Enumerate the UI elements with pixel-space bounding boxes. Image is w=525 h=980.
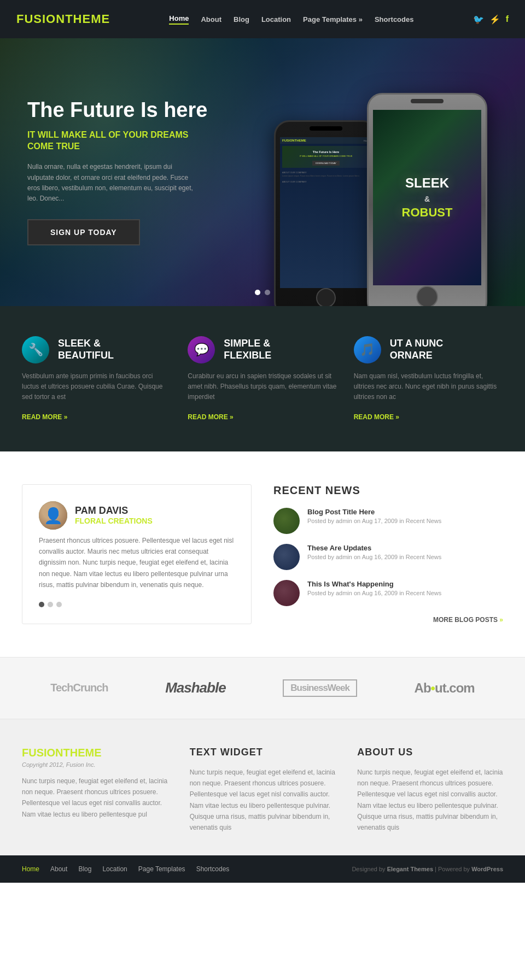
widget-brand-text: Nunc turpis neque, feugiat eget eleifend… bbox=[22, 776, 168, 820]
news-item-3: This Is What's Happening Posted by admin… bbox=[273, 580, 503, 606]
author-name: PAM DAVIS bbox=[75, 505, 153, 517]
logo-part1: FUSION bbox=[16, 12, 65, 26]
feature-ornare-desc: Nam quam nisl, vestibulum luctus fringil… bbox=[354, 371, 503, 403]
widget-brand: FUSIONTHEME Copyright 2012, Fusion Inc. … bbox=[22, 747, 168, 834]
testimonial-dot-2[interactable] bbox=[48, 602, 53, 607]
widget-copyright: Copyright 2012, Fusion Inc. bbox=[22, 761, 168, 768]
phone-right: SLEEK&ROBUST bbox=[367, 93, 487, 306]
widget-logo-part1: FUSION bbox=[22, 747, 63, 759]
news-title-2: These Are Updates bbox=[307, 544, 441, 552]
feature-sleek-readmore[interactable]: READ MORE » bbox=[22, 413, 67, 421]
hero-section: The Future Is here IT WILL MAKE ALL OF Y… bbox=[0, 38, 525, 306]
news-meta-3: Posted by admin on Aug 16, 2009 in Recen… bbox=[307, 590, 441, 596]
footer-links: Home About Blog Location Page Templates … bbox=[22, 865, 229, 873]
hero-subtitle: IT WILL MAKE ALL OF YOUR DREAMS COME TRU… bbox=[27, 130, 209, 152]
logo-part2: THEME bbox=[65, 12, 110, 26]
recent-news-title: RECENT NEWS bbox=[273, 484, 503, 497]
testimonial-dot-1[interactable] bbox=[39, 602, 44, 607]
nav-page-templates[interactable]: Page Templates » bbox=[303, 15, 363, 24]
widget-text-widget: TEXT WIDGET Nunc turpis neque, feugiat e… bbox=[190, 747, 336, 834]
news-meta-2: Posted by admin on Aug 16, 2009 in Recen… bbox=[307, 554, 441, 560]
text-widget-title: TEXT WIDGET bbox=[190, 747, 336, 758]
twitter-icon[interactable]: 🐦 bbox=[473, 14, 484, 25]
hero-title: The Future Is here bbox=[27, 99, 209, 122]
footer-nav-about[interactable]: About bbox=[50, 865, 67, 873]
testimonial-text: Praesent rhoncus ultrices posuere. Pelle… bbox=[39, 535, 235, 591]
logo-mashable: Mashable bbox=[165, 679, 226, 696]
about-widget-body: Nunc turpis neque, feugiat eget eleifend… bbox=[357, 767, 503, 834]
author-avatar bbox=[39, 501, 67, 530]
recent-news: RECENT NEWS Blog Post Title Here Posted … bbox=[273, 484, 503, 624]
widget-about: ABOUT US Nunc turpis neque, feugiat eget… bbox=[357, 747, 503, 834]
about-widget-title: ABOUT US bbox=[357, 747, 503, 758]
phone-screen-right: SLEEK&ROBUST bbox=[373, 110, 481, 285]
news-info-2: These Are Updates Posted by admin on Aug… bbox=[307, 544, 441, 560]
footer-nav-shortcodes[interactable]: Shortcodes bbox=[196, 865, 230, 873]
footer-nav-location[interactable]: Location bbox=[102, 865, 127, 873]
news-thumb-1 bbox=[273, 508, 300, 534]
logo-about: Ab•ut.com bbox=[415, 680, 475, 696]
news-item-1: Blog Post Title Here Posted by admin on … bbox=[273, 508, 503, 534]
hero-content: The Future Is here IT WILL MAKE ALL OF Y… bbox=[0, 66, 236, 278]
signup-button[interactable]: SIGN UP TODAY bbox=[27, 219, 140, 245]
testimonial-author: PAM DAVIS FLORAL CREATIONS bbox=[39, 501, 235, 530]
nav-about[interactable]: About bbox=[201, 15, 221, 24]
feature-simple-readmore[interactable]: READ MORE » bbox=[188, 413, 233, 421]
feature-ornare: 🎵 UT A NUNCORNARE Nam quam nisl, vestibu… bbox=[354, 336, 503, 421]
feature-simple-desc: Curabitur eu arcu in sapien tristique so… bbox=[188, 371, 337, 403]
nav-location[interactable]: Location bbox=[261, 15, 291, 24]
logo-businessweek: BusinessWeek bbox=[283, 679, 357, 697]
news-info-3: This Is What's Happening Posted by admin… bbox=[307, 580, 441, 596]
social-icons: 🐦 ⚡ f bbox=[473, 14, 509, 25]
widget-logo: FUSIONTHEME bbox=[22, 747, 168, 759]
hero-body: Nulla ornare, nulla et egestas hendrerit… bbox=[27, 162, 197, 204]
phone-right-text: SLEEK&ROBUST bbox=[402, 176, 453, 219]
news-meta-1: Posted by admin on Aug 17, 2009 in Recen… bbox=[307, 518, 441, 524]
footer-nav: Home About Blog Location Page Templates … bbox=[0, 855, 525, 883]
testimonial-dots bbox=[39, 602, 235, 607]
testimonial-dot-3[interactable] bbox=[56, 602, 62, 607]
author-info: PAM DAVIS FLORAL CREATIONS bbox=[75, 505, 153, 525]
middle-section: PAM DAVIS FLORAL CREATIONS Praesent rhon… bbox=[0, 451, 525, 657]
facebook-icon[interactable]: f bbox=[506, 14, 509, 25]
footer-nav-home[interactable]: Home bbox=[22, 865, 39, 873]
site-logo[interactable]: FUSIONTHEME bbox=[16, 12, 110, 26]
footer-nav-page-templates[interactable]: Page Templates bbox=[138, 865, 185, 873]
phone-screen-left: FUSIONTHEME Home The Future Is Here IT W… bbox=[280, 137, 372, 288]
feature-sleek-desc: Vestibulum ante ipsum primis in faucibus… bbox=[22, 371, 171, 403]
nav-home[interactable]: Home bbox=[169, 14, 189, 25]
widget-logo-part2: THEME bbox=[63, 747, 102, 759]
footer-credit: Designed by Elegant Themes | Powered by … bbox=[352, 866, 503, 872]
nav-shortcodes[interactable]: Shortcodes bbox=[375, 15, 414, 24]
news-title-3: This Is What's Happening bbox=[307, 580, 441, 588]
text-widget-body: Nunc turpis neque, feugiat eget eleifend… bbox=[190, 767, 336, 834]
ornare-icon: 🎵 bbox=[354, 336, 381, 363]
feature-ornare-readmore[interactable]: READ MORE » bbox=[354, 413, 399, 421]
hero-dot-1[interactable] bbox=[255, 290, 260, 295]
logos-section: TechCrunch Mashable BusinessWeek Ab•ut.c… bbox=[0, 657, 525, 719]
feature-sleek-header: 🔧 SLEEK &BEAUTIFUL bbox=[22, 336, 171, 363]
simple-icon: 💬 bbox=[188, 336, 215, 363]
feature-simple-title: SIMPLE &FLEXIBLE bbox=[224, 338, 271, 361]
feature-simple-header: 💬 SIMPLE &FLEXIBLE bbox=[188, 336, 337, 363]
sleek-icon: 🔧 bbox=[22, 336, 49, 363]
footer-nav-blog[interactable]: Blog bbox=[78, 865, 91, 873]
testimonial-card: PAM DAVIS FLORAL CREATIONS Praesent rhon… bbox=[22, 484, 252, 624]
more-posts-link[interactable]: MORE BLOG POSTS » bbox=[273, 616, 503, 624]
feature-simple: 💬 SIMPLE &FLEXIBLE Curabitur eu arcu in … bbox=[188, 336, 337, 421]
author-subtitle: FLORAL CREATIONS bbox=[75, 517, 153, 525]
hero-dot-2[interactable] bbox=[265, 290, 270, 295]
phone-left: FUSIONTHEME Home The Future Is Here IT W… bbox=[274, 120, 378, 306]
site-header: FUSIONTHEME Home About Blog Location Pag… bbox=[0, 0, 525, 38]
news-title-1: Blog Post Title Here bbox=[307, 508, 441, 516]
feature-ornare-header: 🎵 UT A NUNCORNARE bbox=[354, 336, 503, 363]
news-info-1: Blog Post Title Here Posted by admin on … bbox=[307, 508, 441, 524]
rss-icon[interactable]: ⚡ bbox=[489, 14, 500, 25]
news-thumb-2 bbox=[273, 544, 300, 570]
footer-widgets: FUSIONTHEME Copyright 2012, Fusion Inc. … bbox=[0, 719, 525, 855]
feature-sleek: 🔧 SLEEK &BEAUTIFUL Vestibulum ante ipsum… bbox=[22, 336, 171, 421]
logo-techcrunch: TechCrunch bbox=[50, 682, 108, 694]
main-nav: Home About Blog Location Page Templates … bbox=[169, 14, 413, 25]
nav-blog[interactable]: Blog bbox=[234, 15, 249, 24]
hero-dots bbox=[255, 290, 270, 295]
